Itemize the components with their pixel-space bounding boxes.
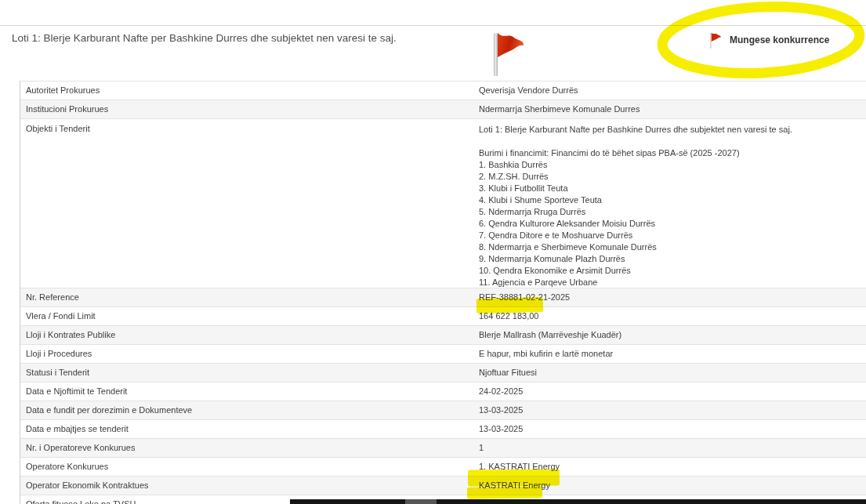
row-value: REF-38881-02-21-2025 (479, 292, 570, 302)
table-row: Institucioni Prokurues Ndermarrja Sherbi… (20, 100, 866, 119)
row-label: Data e fundit per dorezimin e Dokumentev… (26, 405, 192, 415)
row-label: Oferta fituese Leke pa TVSH (26, 499, 136, 504)
row-value: 13-03-2025 (479, 405, 523, 415)
bottom-window-edge-segment (405, 499, 437, 504)
row-value: Qeverisja Vendore Durrës (479, 85, 578, 95)
row-value: Loti 1: Blerje Karburant Nafte per Bashk… (479, 124, 792, 288)
row-label: Nr. Reference (26, 292, 79, 302)
row-value: E hapur, mbi kufirin e lartë monetar (479, 349, 613, 358)
tender-detail-page: Loti 1: Blerje Karburant Nafte per Bashk… (0, 0, 866, 504)
table-row: Data e mbajtjes se tenderit 13-03-2025 (20, 420, 866, 439)
row-label: Operatore Konkurues (26, 462, 108, 471)
row-value: 24-02-2025 (479, 386, 523, 396)
table-row: Data e Njoftimit te Tenderit 24-02-2025 (20, 383, 866, 401)
table-row: Nr. i Operatoreve Konkurues 1 (20, 439, 866, 458)
no-competition-badge[interactable]: Mungese konkurrence (708, 31, 829, 49)
row-value: Blerje Mallrash (Marrëveshje Kuadër) (479, 330, 621, 339)
table-row: Objekti i Tenderit Loti 1: Blerje Karbur… (20, 119, 866, 288)
row-value: Ndermarrja Sherbimeve Komunale Durres (479, 104, 640, 114)
table-row: Nr. Reference REF-38881-02-21-2025 (20, 288, 866, 307)
table-row: Autoritet Prokurues Qeverisja Vendore Du… (20, 82, 866, 100)
row-label: Data e mbajtjes se tenderit (26, 424, 129, 433)
tender-info-table: Autoritet Prokurues Qeverisja Vendore Du… (20, 81, 866, 504)
table-row: Lloji i Kontrates Publike Blerje Mallras… (20, 326, 866, 345)
red-flag-icon (491, 31, 524, 77)
row-value: KASTRATI Energy (479, 480, 550, 490)
row-label: Lloji i Procedures (26, 349, 92, 358)
row-label: Data e Njoftimit te Tenderit (26, 386, 127, 396)
table-row: Operator Ekonomik Kontraktues KASTRATI E… (20, 477, 866, 495)
row-label: Lloji i Kontrates Publike (26, 330, 115, 339)
row-value: 1. KASTRATI Energy (479, 462, 560, 471)
table-row: Statusi i Tenderit Njoftuar Fituesi (20, 364, 866, 383)
page-title: Loti 1: Blerje Karburant Nafte per Bashk… (12, 32, 397, 44)
row-label: Statusi i Tenderit (26, 368, 89, 377)
table-row: Vlera / Fondi Limit 164 622 183,00 (20, 307, 866, 326)
table-row: Lloji i Procedures E hapur, mbi kufirin … (20, 345, 866, 364)
top-divider (0, 25, 866, 26)
bottom-window-edge (290, 499, 866, 504)
row-value: 1 (479, 443, 484, 452)
row-label: Vlera / Fondi Limit (26, 311, 96, 321)
row-value: 164 622 183,00 (479, 311, 538, 321)
table-row: Operatore Konkurues 1. KASTRATI Energy (20, 458, 866, 477)
row-label: Nr. i Operatoreve Konkurues (26, 443, 135, 452)
row-label: Objekti i Tenderit (26, 124, 90, 133)
row-label: Autoritet Prokurues (26, 85, 100, 95)
no-competition-label: Mungese konkurrence (730, 34, 829, 45)
row-label: Operator Ekonomik Kontraktues (26, 480, 149, 490)
row-label: Institucioni Prokurues (26, 104, 108, 114)
row-value: Njoftuar Fituesi (479, 368, 537, 377)
red-flag-icon (708, 32, 723, 49)
row-value: 13-03-2025 (479, 424, 523, 433)
table-row: Data e fundit per dorezimin e Dokumentev… (20, 401, 866, 420)
